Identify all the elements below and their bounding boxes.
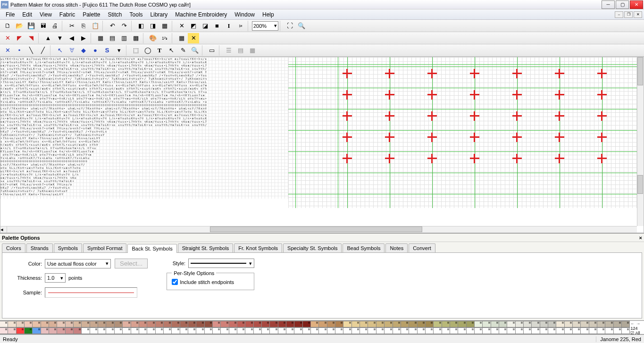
paste-icon[interactable]: 📋	[90, 21, 101, 31]
color-swatch[interactable]	[188, 321, 196, 327]
color-swatch[interactable]	[442, 327, 450, 334]
color-swatch[interactable]	[147, 327, 155, 334]
mdi-restore[interactable]: ❐	[624, 11, 633, 18]
color-swatch[interactable]	[426, 321, 434, 327]
s-icon[interactable]: S	[101, 45, 113, 56]
color-swatch[interactable]	[467, 321, 475, 327]
tab-bead-symbols[interactable]: Bead Symbols	[343, 243, 385, 252]
color-swatch[interactable]	[483, 327, 491, 334]
maximize-button[interactable]: ▢	[616, 0, 629, 9]
diamond-icon[interactable]: ◆	[78, 45, 89, 56]
color-swatch[interactable]	[8, 321, 16, 327]
color-swatch[interactable]	[17, 327, 25, 334]
color-swatch[interactable]	[352, 321, 360, 327]
color-swatch[interactable]	[401, 327, 409, 334]
color-swatch[interactable]	[418, 321, 426, 327]
color-swatch[interactable]	[532, 327, 540, 334]
dropdown-icon[interactable]: ▾	[113, 45, 125, 56]
grid-toggle-icon[interactable]: ▦	[176, 33, 187, 43]
color-swatch[interactable]	[450, 327, 458, 334]
color-swatch[interactable]	[57, 321, 65, 327]
color-swatch[interactable]	[115, 321, 123, 327]
new-icon[interactable]: 🗋	[2, 21, 13, 31]
color-swatch[interactable]	[614, 327, 622, 334]
color-swatch[interactable]	[147, 321, 155, 327]
color-swatch[interactable]	[605, 321, 613, 327]
color-swatch[interactable]	[25, 327, 33, 334]
color-swatch[interactable]	[278, 327, 286, 334]
color-swatch[interactable]	[0, 327, 8, 334]
color-swatch[interactable]	[25, 321, 33, 327]
color-swatch[interactable]	[0, 321, 8, 327]
open-icon[interactable]: 📂	[14, 21, 25, 31]
fit-icon[interactable]: ⛶	[284, 21, 295, 31]
color-swatch[interactable]	[49, 321, 57, 327]
tab-colors[interactable]: Colors	[2, 243, 25, 252]
close-button[interactable]: ✕	[630, 0, 643, 9]
color-swatch[interactable]	[213, 327, 221, 334]
color-swatch[interactable]	[418, 327, 426, 334]
color-swatch[interactable]	[172, 327, 180, 334]
color-swatch[interactable]	[434, 321, 442, 327]
color-swatch[interactable]	[458, 321, 466, 327]
circle-icon[interactable]: ●	[90, 45, 101, 56]
stitch-dot-icon[interactable]: •	[14, 45, 25, 56]
color-swatch[interactable]	[221, 327, 229, 334]
color-swatch[interactable]	[401, 321, 409, 327]
text-tool-icon[interactable]: T	[154, 45, 165, 56]
arrow-dn-icon[interactable]: ▼	[54, 33, 66, 43]
color-swatch[interactable]	[221, 321, 229, 327]
color-swatch[interactable]	[270, 321, 278, 327]
color-swatch[interactable]	[352, 327, 360, 334]
color-swatch[interactable]	[237, 327, 245, 334]
color-swatch[interactable]	[303, 321, 311, 327]
color-swatch[interactable]	[319, 321, 327, 327]
color-swatch[interactable]	[524, 327, 532, 334]
tool-c-icon[interactable]: ▦	[159, 21, 170, 31]
color-swatch[interactable]	[139, 327, 147, 334]
color-swatch[interactable]	[172, 321, 180, 327]
back-stitch-icon[interactable]: ■	[211, 21, 223, 31]
color-swatch[interactable]	[57, 327, 65, 334]
color-swatch[interactable]	[499, 327, 507, 334]
color-swatch[interactable]	[286, 321, 294, 327]
color-swatch[interactable]	[548, 321, 556, 327]
grid-a-icon[interactable]: ▦	[95, 33, 106, 43]
color-swatch[interactable]	[442, 321, 450, 327]
color-swatch[interactable]	[156, 327, 164, 334]
color-swatch[interactable]	[565, 327, 573, 334]
stitch-x-icon[interactable]: ✕	[2, 45, 13, 56]
color-swatch[interactable]	[597, 327, 605, 334]
quarter-stitch-icon[interactable]: ◪	[200, 21, 211, 31]
color-swatch[interactable]	[90, 321, 98, 327]
minimize-button[interactable]: ─	[602, 0, 615, 9]
menu-stitch[interactable]: Stitch	[104, 10, 126, 19]
v-tool-icon[interactable]: ⩔	[66, 45, 77, 56]
color-swatch[interactable]	[33, 327, 41, 334]
quarter-red-icon[interactable]: ◥	[25, 33, 37, 43]
color-swatch[interactable]	[393, 321, 401, 327]
color-swatch[interactable]	[327, 327, 335, 334]
color-swatch[interactable]	[164, 327, 172, 334]
color-swatch[interactable]	[98, 321, 106, 327]
color-palette-strip[interactable]: ← →124☑ All	[0, 320, 644, 335]
color-swatch[interactable]	[368, 327, 376, 334]
color-swatch[interactable]	[82, 327, 90, 334]
misc1-icon[interactable]: ☰	[223, 45, 234, 56]
select-ellipse-icon[interactable]: ◯	[142, 45, 153, 56]
color-swatch[interactable]	[622, 321, 630, 327]
tool-b-icon[interactable]: ◨	[147, 21, 159, 31]
menu-library[interactable]: Library	[147, 10, 172, 19]
color-swatch[interactable]	[98, 327, 106, 334]
zoom-tool-icon[interactable]: 🔍	[296, 21, 307, 31]
select-rect-icon[interactable]: ⬚	[130, 45, 142, 56]
color-swatch[interactable]	[434, 327, 442, 334]
undo-icon[interactable]: ↶	[107, 21, 118, 31]
color-swatch[interactable]	[115, 327, 123, 334]
tab-notes[interactable]: Notes	[385, 243, 408, 252]
arrow-rt-icon[interactable]: ▶	[78, 33, 89, 43]
canvas[interactable]: uLYK©•hч/к® жs7nouLYK©•hч/к® жs7nouLYK©•…	[0, 57, 644, 233]
color-swatch[interactable]	[458, 327, 466, 334]
color-swatch[interactable]	[180, 321, 188, 327]
color-swatch[interactable]	[205, 327, 213, 334]
